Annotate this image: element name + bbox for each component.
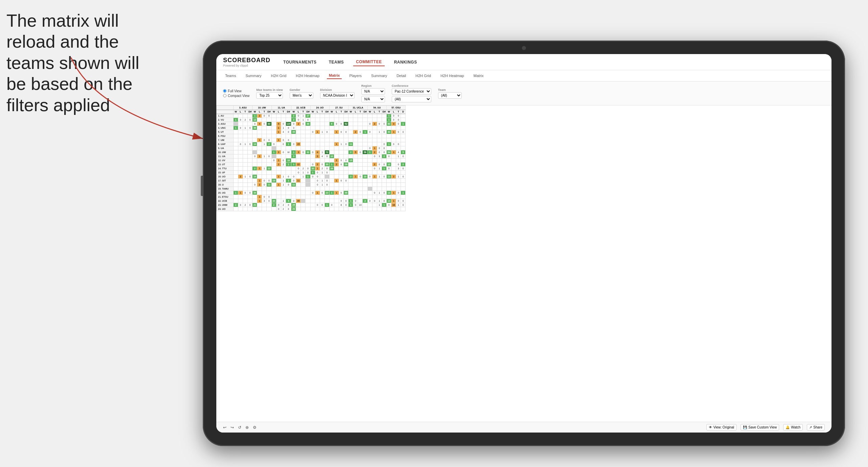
matrix-cell	[324, 195, 329, 199]
matrix-cell: 0	[267, 114, 271, 118]
matrix-cell	[252, 134, 257, 138]
table-row: 6. FSU	[217, 134, 406, 138]
matrix-cell	[358, 191, 363, 195]
logo-subtitle: Powered by clippd	[223, 64, 270, 67]
matrix-cell: 0	[401, 154, 406, 158]
app-header: SCOREBOARD Powered by clippd TOURNAMENTS…	[216, 54, 831, 70]
team-select[interactable]: (All)	[438, 92, 462, 99]
subnav-detail[interactable]: Detail	[394, 73, 408, 79]
refresh-icon[interactable]: ↺	[238, 425, 241, 430]
compact-view-input[interactable]	[223, 94, 226, 97]
subnav-matrix[interactable]: Matrix	[327, 72, 342, 79]
share-button[interactable]: ↗ Share	[807, 424, 825, 431]
matrix-cell	[315, 114, 320, 118]
matrix-cell	[334, 207, 339, 211]
matrix-cell	[348, 126, 353, 130]
watch-label: Watch	[791, 425, 800, 429]
save-custom-label: Save Custom View	[748, 425, 777, 429]
full-view-radio[interactable]: Full View	[223, 89, 249, 93]
matrix-cell	[391, 154, 396, 158]
matrix-cell	[286, 118, 291, 122]
row-label: 16. UO	[217, 175, 234, 179]
subnav-h2h-heatmap[interactable]: H2H Heatmap	[294, 73, 321, 79]
matrix-cell	[310, 146, 315, 150]
compact-view-radio[interactable]: Compact View	[223, 94, 249, 98]
matrix-cell: 2	[348, 175, 353, 179]
matrix-cell	[382, 138, 386, 142]
matrix-cell	[334, 203, 339, 207]
matrix-cell: 0	[367, 146, 372, 150]
matrix-cell	[271, 154, 276, 158]
watch-button[interactable]: 🔔 Watch	[783, 424, 803, 431]
matrix-cell	[358, 122, 363, 126]
subnav-teams[interactable]: Teams	[223, 73, 238, 79]
matrix-cell: 2	[281, 203, 286, 207]
subnav-h2h-grid[interactable]: H2H Grid	[269, 73, 288, 79]
matrix-cell	[330, 114, 334, 118]
matrix-cell: 0	[382, 130, 386, 134]
table-row: 16. UO210141100110021010011011210	[217, 175, 406, 179]
matrix-table: 3. ASU 10. UW 11. UA 22. UCB 24. UO	[216, 105, 406, 211]
scrollable-matrix[interactable]: 3. ASU 10. UW 11. UA 22. UCB 24. UO	[216, 105, 831, 422]
subnav-summary[interactable]: Summary	[243, 73, 263, 79]
table-row: 19. TAMU	[217, 187, 406, 191]
matrix-cell	[267, 171, 271, 175]
view-original-button[interactable]: 👁 View: Original	[706, 424, 737, 431]
matrix-cell	[234, 150, 238, 154]
redo-icon[interactable]: ↪	[231, 425, 234, 430]
nav-tournaments[interactable]: TOURNAMENTS	[281, 58, 319, 66]
row-label: 14. TTU	[217, 167, 234, 171]
matrix-cell	[267, 207, 271, 211]
matrix-cell	[252, 207, 257, 211]
matrix-cell: 1	[234, 126, 238, 130]
subnav-players[interactable]: Players	[347, 73, 364, 79]
nav-committee[interactable]: COMMITTEE	[353, 58, 385, 66]
matrix-cell	[267, 163, 271, 167]
conference-select[interactable]: Pac-12 Conference	[392, 88, 431, 95]
conference-select2[interactable]: (All)	[392, 96, 431, 102]
sh-uo-w: W	[310, 110, 315, 114]
zoom-icon[interactable]: ⊕	[245, 425, 249, 430]
matrix-cell: 2	[296, 122, 301, 126]
matrix-cell: 0	[339, 191, 344, 195]
matrix-cell: 0	[310, 191, 315, 195]
matrix-cell	[324, 175, 329, 179]
subnav-matrix2[interactable]: Matrix	[472, 73, 486, 79]
subnav-h2h-heatmap2[interactable]: H2H Heatmap	[438, 73, 466, 79]
nav-rankings[interactable]: RANKINGS	[391, 58, 420, 66]
matrix-cell: 0	[344, 158, 348, 163]
matrix-cell: 0	[372, 167, 377, 171]
matrix-cell: 2	[363, 199, 367, 203]
matrix-cell	[344, 187, 348, 191]
subnav-summary2[interactable]: Summary	[369, 73, 389, 79]
table-row: 22. UCB130441404500102001013100	[217, 199, 406, 203]
matrix-cell: 0	[377, 163, 382, 167]
matrix-cell: 1	[387, 114, 391, 118]
undo-icon[interactable]: ↩	[223, 425, 226, 430]
nav-teams[interactable]: TEAMS	[326, 58, 347, 66]
gender-select[interactable]: Men's	[290, 92, 313, 99]
sh-asu-w: W	[234, 110, 238, 114]
save-custom-button[interactable]: 💾 Save Custom View	[741, 424, 779, 431]
matrix-cell: 2	[391, 175, 396, 179]
matrix-cell: 5	[401, 150, 406, 154]
matrix-cell: 1	[276, 175, 281, 179]
matrix-cell: 1	[301, 175, 306, 179]
subnav-h2h-grid2[interactable]: H2H Grid	[413, 73, 433, 79]
max-teams-select[interactable]: Top 25	[256, 92, 283, 99]
matrix-cell	[367, 179, 372, 183]
matrix-cell	[401, 183, 406, 187]
region-select2[interactable]: N/A	[361, 96, 385, 102]
matrix-cell	[320, 126, 324, 130]
matrix-cell: 0	[267, 138, 271, 142]
matrix-cell	[315, 207, 320, 211]
settings-icon[interactable]: ⚙	[253, 425, 257, 430]
region-select[interactable]: N/A	[361, 88, 385, 95]
matrix-cell	[358, 183, 363, 187]
matrix-cell	[367, 191, 372, 195]
division-select[interactable]: NCAA Division I	[320, 92, 355, 99]
matrix-cell	[243, 171, 248, 175]
matrix-cell	[310, 195, 315, 199]
matrix-cell: 1	[257, 195, 262, 199]
full-view-input[interactable]	[223, 89, 226, 93]
